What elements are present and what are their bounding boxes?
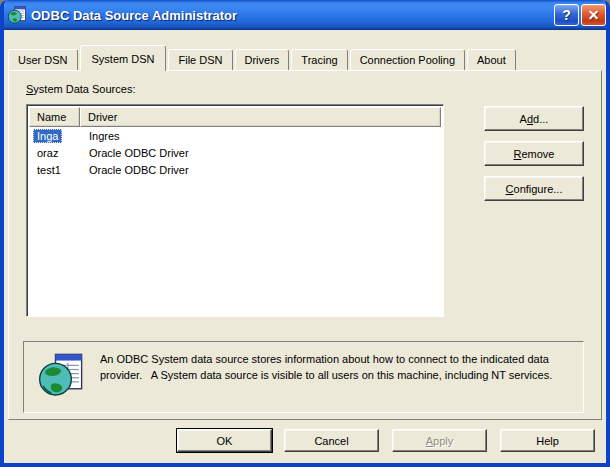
column-header-driver[interactable]: Driver xyxy=(80,107,441,127)
tab-drivers[interactable]: Drivers xyxy=(235,49,290,70)
dsn-name-cell: test1 xyxy=(29,164,80,176)
info-text: An ODBC System data source stores inform… xyxy=(100,351,562,383)
tab-connection-pooling[interactable]: Connection Pooling xyxy=(350,49,465,70)
tab-strip: User DSN System DSN File DSN Drivers Tra… xyxy=(8,43,602,70)
tab-file-dsn[interactable]: File DSN xyxy=(168,49,232,70)
dsn-name-cell: oraz xyxy=(29,147,80,159)
tab-system-dsn[interactable]: System DSN xyxy=(80,45,167,71)
tab-about[interactable]: About xyxy=(467,49,516,70)
tab-tracing[interactable]: Tracing xyxy=(291,49,347,70)
system-data-sources-label: System Data Sources: xyxy=(26,83,135,95)
dsn-name: test1 xyxy=(33,163,65,177)
list-header: Name Driver xyxy=(29,107,441,127)
odbc-administrator-window: ODBC Data Source Administrator ? ✕ User … xyxy=(0,0,610,467)
datasource-list[interactable]: Name Driver Inga Ingres oraz Oracle ODBC… xyxy=(26,104,444,317)
system-dsn-panel: System Data Sources: Name Driver Inga In… xyxy=(8,70,602,420)
close-button[interactable]: ✕ xyxy=(581,4,606,26)
close-x-icon: ✕ xyxy=(588,8,600,22)
odbc-globe-document-icon xyxy=(8,6,26,24)
column-header-name[interactable]: Name xyxy=(29,107,80,127)
info-box: An ODBC System data source stores inform… xyxy=(23,341,584,413)
tab-user-dsn[interactable]: User DSN xyxy=(8,49,78,70)
remove-button[interactable]: Remove xyxy=(484,141,584,166)
question-mark-icon: ? xyxy=(562,8,571,22)
dsn-driver-cell: Oracle ODBC Driver xyxy=(80,147,441,159)
apply-button[interactable]: Apply xyxy=(392,429,487,452)
dsn-driver-cell: Oracle ODBC Driver xyxy=(80,164,441,176)
ok-button[interactable]: OK xyxy=(177,429,272,452)
dsn-name: oraz xyxy=(33,146,62,160)
cancel-button[interactable]: Cancel xyxy=(284,429,379,452)
list-row[interactable]: Inga Ingres xyxy=(29,127,441,144)
selected-dsn-name: Inga xyxy=(33,129,62,143)
dsn-name-cell: Inga xyxy=(29,130,80,142)
list-row[interactable]: oraz Oracle ODBC Driver xyxy=(29,144,441,161)
list-row[interactable]: test1 Oracle ODBC Driver xyxy=(29,161,441,178)
help-button[interactable]: Help xyxy=(500,429,595,452)
odbc-globe-document-icon xyxy=(39,353,83,397)
configure-button[interactable]: Configure... xyxy=(484,176,584,201)
titlebar[interactable]: ODBC Data Source Administrator ? ✕ xyxy=(0,0,610,30)
add-button[interactable]: Add... xyxy=(484,106,584,131)
window-title: ODBC Data Source Administrator xyxy=(31,8,552,23)
dsn-driver-cell: Ingres xyxy=(80,130,441,142)
titlebar-help-button[interactable]: ? xyxy=(554,4,579,26)
